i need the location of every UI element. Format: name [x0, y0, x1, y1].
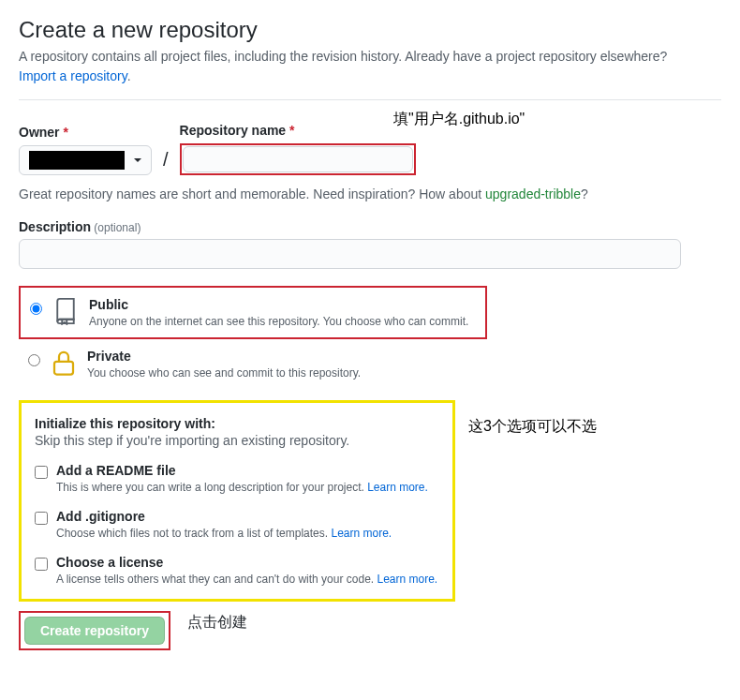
- private-label: Private: [87, 349, 361, 364]
- readme-sub: This is where you can write a long descr…: [56, 481, 428, 494]
- repo-name-label: Repository name *: [180, 123, 416, 138]
- description-label: Description (optional): [19, 219, 141, 234]
- svg-rect-0: [54, 362, 73, 375]
- init-title: Initialize this repository with:: [35, 416, 439, 431]
- lock-icon: [50, 349, 78, 377]
- init-highlight: Initialize this repository with: Skip th…: [19, 400, 455, 602]
- license-label: Choose a license: [56, 555, 437, 570]
- annotation-create: 点击创建: [187, 613, 247, 633]
- private-sub: You choose who can see and commit to thi…: [87, 366, 361, 380]
- create-button-highlight: Create repository: [19, 611, 170, 650]
- visibility-private-radio[interactable]: [28, 354, 40, 366]
- public-sub: Anyone on the internet can see this repo…: [89, 315, 468, 328]
- license-learn-link[interactable]: Learn more.: [377, 573, 438, 586]
- gitignore-sub: Choose which files not to track from a l…: [56, 527, 392, 540]
- visibility-public-highlight: Public Anyone on the internet can see th…: [19, 286, 487, 339]
- readme-checkbox[interactable]: [35, 466, 48, 479]
- init-sub: Skip this step if you're importing an ex…: [35, 433, 439, 448]
- description-input[interactable]: [19, 239, 681, 269]
- gitignore-learn-link[interactable]: Learn more.: [331, 527, 392, 540]
- chevron-down-icon: [134, 158, 141, 162]
- owner-avatar: [29, 151, 125, 170]
- repo-name-highlight: [180, 143, 416, 175]
- repo-icon: [52, 297, 80, 325]
- page-subhead: A repository contains all project files,…: [19, 47, 721, 86]
- divider: [19, 99, 721, 100]
- readme-label: Add a README file: [56, 463, 428, 478]
- import-repo-link[interactable]: Import a repository: [19, 68, 127, 83]
- owner-dropdown[interactable]: [19, 145, 152, 175]
- repo-name-input[interactable]: [183, 146, 413, 172]
- create-repository-button[interactable]: Create repository: [24, 617, 165, 645]
- readme-learn-link[interactable]: Learn more.: [367, 481, 428, 494]
- visibility-public-radio[interactable]: [30, 303, 42, 315]
- gitignore-label: Add .gitignore: [56, 509, 392, 524]
- slash-separator: /: [159, 149, 172, 175]
- page-title: Create a new repository: [19, 17, 721, 43]
- owner-label: Owner *: [19, 125, 152, 140]
- suggestion-link[interactable]: upgraded-tribble: [485, 186, 581, 201]
- public-label: Public: [89, 297, 468, 312]
- license-checkbox[interactable]: [35, 558, 48, 571]
- annotation-init: 这3个选项可以不选: [468, 417, 597, 437]
- repo-name-hint: Great repository names are short and mem…: [19, 186, 721, 201]
- license-sub: A license tells others what they can and…: [56, 573, 437, 586]
- visibility-private-option: Private You choose who can see and commi…: [19, 339, 721, 389]
- gitignore-checkbox[interactable]: [35, 512, 48, 525]
